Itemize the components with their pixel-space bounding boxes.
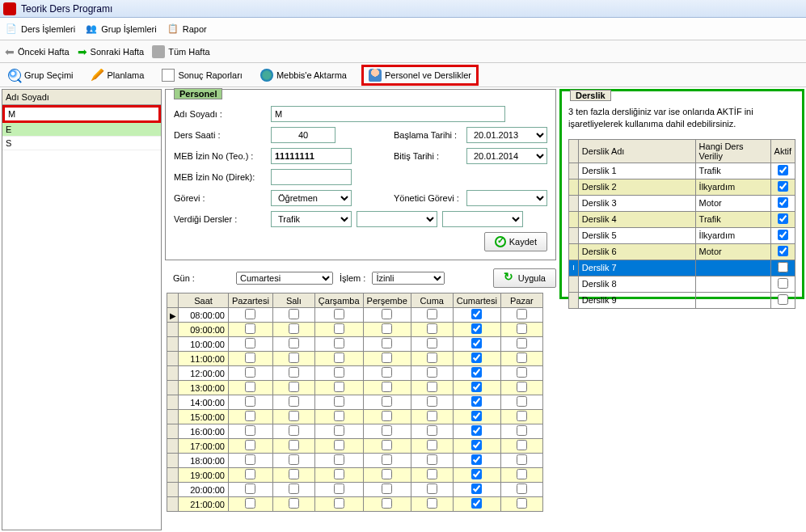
select-bitis-tarihi[interactable]: 20.01.2014 xyxy=(466,148,547,164)
schedule-checkbox[interactable] xyxy=(334,367,344,378)
schedule-checkbox[interactable] xyxy=(289,323,299,334)
schedule-checkbox[interactable] xyxy=(289,367,299,378)
schedule-checkbox[interactable] xyxy=(289,425,299,436)
all-week-button[interactable]: Tüm Hafta xyxy=(152,45,209,58)
classroom-name[interactable]: Derslik 8 xyxy=(578,276,695,292)
schedule-checkbox[interactable] xyxy=(245,483,255,494)
schedule-checkbox[interactable] xyxy=(517,367,527,378)
schedule-checkbox[interactable] xyxy=(245,309,255,319)
schedule-checkbox[interactable] xyxy=(334,454,344,465)
schedule-checkbox[interactable] xyxy=(334,411,344,421)
schedule-header[interactable]: Cuma xyxy=(411,293,453,308)
person-row[interactable]: S xyxy=(2,137,161,150)
classroom-aktif-checkbox[interactable] xyxy=(778,278,788,289)
input-ders-saati[interactable] xyxy=(271,127,335,143)
schedule-header[interactable]: Saat xyxy=(179,293,229,308)
schedule-checkbox[interactable] xyxy=(382,353,392,363)
classroom-name[interactable]: Derslik 4 xyxy=(578,211,695,227)
classroom-aktif-checkbox[interactable] xyxy=(778,181,788,192)
schedule-checkbox[interactable] xyxy=(289,483,299,494)
schedule-checkbox[interactable] xyxy=(517,309,527,319)
schedule-checkbox[interactable] xyxy=(382,323,392,334)
classroom-ders[interactable]: Trafik xyxy=(695,163,770,179)
schedule-checkbox[interactable] xyxy=(517,469,527,479)
schedule-checkbox[interactable] xyxy=(471,440,482,450)
schedule-checkbox[interactable] xyxy=(382,483,392,494)
menu-ders-islemleri[interactable]: 📄 Ders İşlemleri xyxy=(5,23,75,36)
th-derslik-adi[interactable]: Derslik Adı xyxy=(578,139,695,163)
schedule-checkbox[interactable] xyxy=(517,425,527,436)
classroom-ders[interactable] xyxy=(695,292,770,308)
schedule-checkbox[interactable] xyxy=(471,309,482,319)
input-meb-teo[interactable] xyxy=(271,148,352,164)
schedule-checkbox[interactable] xyxy=(334,440,344,450)
planlama-button[interactable]: Planlama xyxy=(88,67,148,83)
classroom-ders[interactable] xyxy=(695,260,770,276)
schedule-checkbox[interactable] xyxy=(517,483,527,494)
schedule-checkbox[interactable] xyxy=(517,353,527,363)
classroom-name[interactable]: Derslik 9 xyxy=(578,292,695,308)
classroom-aktif-checkbox[interactable] xyxy=(778,230,788,240)
classroom-ders[interactable]: Motor xyxy=(695,195,770,211)
classroom-name[interactable]: Derslik 6 xyxy=(578,243,695,260)
schedule-checkbox[interactable] xyxy=(471,338,482,348)
schedule-checkbox[interactable] xyxy=(427,425,437,436)
menu-rapor[interactable]: 📋 Rapor xyxy=(167,23,207,36)
schedule-checkbox[interactable] xyxy=(245,396,255,407)
schedule-checkbox[interactable] xyxy=(517,382,527,392)
schedule-checkbox[interactable] xyxy=(289,469,299,479)
select-gorev[interactable]: Öğretmen xyxy=(271,190,352,206)
schedule-checkbox[interactable] xyxy=(382,309,392,319)
select-yonetici[interactable] xyxy=(466,190,547,206)
schedule-header[interactable]: Salı xyxy=(272,293,314,308)
schedule-checkbox[interactable] xyxy=(427,396,437,407)
schedule-checkbox[interactable] xyxy=(382,440,392,450)
schedule-checkbox[interactable] xyxy=(289,454,299,465)
schedule-checkbox[interactable] xyxy=(382,396,392,407)
schedule-checkbox[interactable] xyxy=(334,382,344,392)
classroom-ders[interactable]: Motor xyxy=(695,243,770,260)
schedule-checkbox[interactable] xyxy=(382,425,392,436)
classroom-ders[interactable]: Trafik xyxy=(695,211,770,227)
schedule-checkbox[interactable] xyxy=(517,396,527,407)
schedule-checkbox[interactable] xyxy=(471,382,482,392)
classroom-name[interactable]: Derslik 3 xyxy=(578,195,695,211)
schedule-checkbox[interactable] xyxy=(245,440,255,450)
schedule-header[interactable]: Pazartesi xyxy=(229,293,273,308)
schedule-checkbox[interactable] xyxy=(427,367,437,378)
schedule-header[interactable]: Cumartesi xyxy=(453,293,500,308)
schedule-checkbox[interactable] xyxy=(245,469,255,479)
schedule-checkbox[interactable] xyxy=(471,411,482,421)
schedule-checkbox[interactable] xyxy=(427,382,437,392)
schedule-checkbox[interactable] xyxy=(289,440,299,450)
schedule-checkbox[interactable] xyxy=(334,309,344,319)
classroom-aktif-checkbox[interactable] xyxy=(778,197,788,208)
schedule-checkbox[interactable] xyxy=(471,367,482,378)
schedule-checkbox[interactable] xyxy=(245,353,255,363)
schedule-checkbox[interactable] xyxy=(289,411,299,421)
prev-week-button[interactable]: ⬅ Önceki Hafta xyxy=(5,45,70,58)
classroom-ders[interactable] xyxy=(695,276,770,292)
schedule-checkbox[interactable] xyxy=(517,411,527,421)
grup-secimi-button[interactable]: Grup Seçimi xyxy=(5,67,77,83)
schedule-checkbox[interactable] xyxy=(382,367,392,378)
schedule-checkbox[interactable] xyxy=(427,469,437,479)
select-gun[interactable]: Cumartesi xyxy=(236,272,333,285)
schedule-checkbox[interactable] xyxy=(517,338,527,348)
schedule-checkbox[interactable] xyxy=(517,498,527,509)
schedule-checkbox[interactable] xyxy=(245,425,255,436)
schedule-checkbox[interactable] xyxy=(471,469,482,479)
classroom-ders[interactable]: İlkyardım xyxy=(695,179,770,195)
schedule-checkbox[interactable] xyxy=(334,425,344,436)
classroom-aktif-checkbox[interactable] xyxy=(778,262,788,272)
schedule-checkbox[interactable] xyxy=(245,454,255,465)
menu-grup-islemleri[interactable]: 👥 Grup İşlemleri xyxy=(85,23,156,36)
schedule-checkbox[interactable] xyxy=(334,338,344,348)
schedule-checkbox[interactable] xyxy=(427,323,437,334)
schedule-checkbox[interactable] xyxy=(427,440,437,450)
select-ders-3[interactable] xyxy=(442,211,523,227)
schedule-checkbox[interactable] xyxy=(471,353,482,363)
select-ders-2[interactable] xyxy=(357,211,437,227)
schedule-checkbox[interactable] xyxy=(471,454,482,465)
schedule-checkbox[interactable] xyxy=(427,411,437,421)
